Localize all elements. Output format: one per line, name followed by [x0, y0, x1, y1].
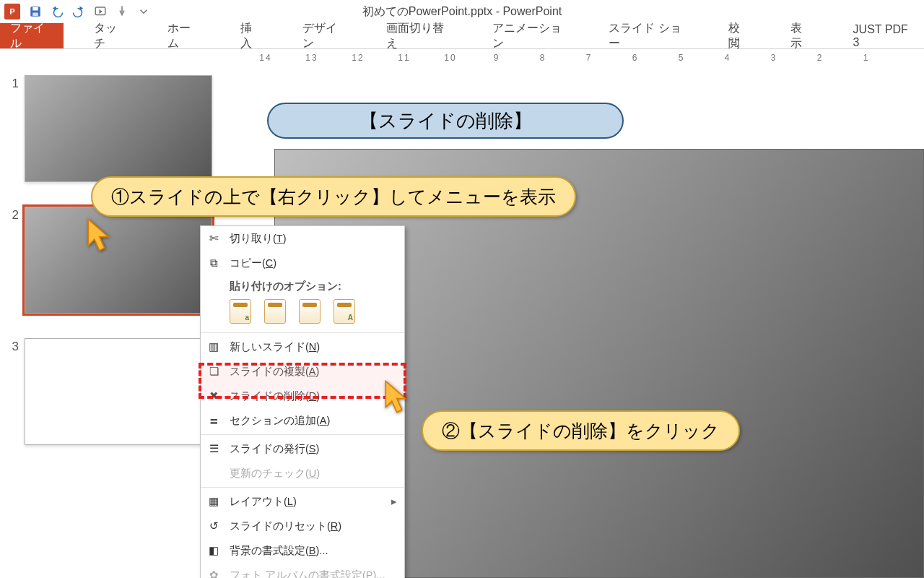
thumbnail[interactable]: [25, 338, 212, 445]
touch-mode-icon[interactable]: [116, 5, 128, 18]
redo-icon[interactable]: [72, 5, 85, 18]
thumbnail-number: 1: [6, 77, 19, 91]
paste-option-keep-source-format-icon[interactable]: [264, 299, 286, 324]
layout-icon: ▦: [206, 494, 221, 509]
tab-file[interactable]: ファイル: [0, 23, 64, 48]
add-section-icon: ≣: [206, 413, 221, 428]
menu-paste-header: 貼り付けのオプション:: [201, 275, 404, 295]
tab-review[interactable]: 校閲: [718, 23, 760, 48]
menu-copy[interactable]: ⧉ コピー(C): [201, 251, 404, 275]
app-logo-icon: P: [4, 4, 20, 20]
thumbnail[interactable]: [25, 75, 212, 182]
tab-design[interactable]: デザイン: [292, 23, 356, 48]
thumbnail-number: 2: [6, 208, 19, 223]
paste-option-text-only-icon[interactable]: A: [334, 299, 355, 324]
tab-transitions[interactable]: 画面切り替え: [376, 23, 462, 48]
check-updates-icon: [206, 466, 221, 480]
new-slide-icon: ▥: [206, 340, 221, 354]
menu-cut[interactable]: ✄ 切り取り(T): [201, 226, 404, 251]
horizontal-ruler: 141312 11109 876 543 21: [238, 49, 924, 66]
tab-touch[interactable]: タッチ: [84, 23, 136, 48]
cut-icon: ✄: [206, 231, 221, 246]
tab-insert[interactable]: 挿入: [230, 23, 272, 48]
paste-option-use-destination-theme-icon[interactable]: a: [230, 299, 251, 324]
save-icon[interactable]: [29, 5, 42, 18]
menu-format-background[interactable]: ◧ 背景の書式設定(B)...: [201, 538, 404, 563]
qat-customize-icon[interactable]: [137, 5, 150, 18]
tab-home[interactable]: ホーム: [157, 23, 210, 48]
delete-slide-icon: ✖: [206, 389, 221, 403]
annotation-cursor-icon: [383, 380, 409, 415]
ribbon-tabs: ファイル タッチ ホーム 挿入 デザイン 画面切り替え アニメーション スライド…: [0, 23, 924, 49]
start-from-beginning-icon[interactable]: [94, 5, 107, 18]
duplicate-slide-icon: ❏: [206, 364, 221, 379]
menu-publish-slides[interactable]: ☰ スライドの発行(S): [201, 436, 404, 461]
annotation-cursor-icon: [85, 218, 111, 253]
annotation-step-1: ①スライドの上で【右クリック】してメニューを表示: [91, 176, 576, 217]
paste-option-picture-icon[interactable]: [299, 299, 321, 324]
menu-duplicate-slide[interactable]: ❏ スライドの複製(A): [201, 359, 404, 384]
menu-reset-slide[interactable]: ↺ スライドのリセット(R): [201, 514, 404, 538]
photo-album-icon: ✿: [206, 568, 221, 578]
menu-layout[interactable]: ▦ レイアウト(L) ▸: [201, 489, 404, 514]
menu-check-updates: 更新のチェック(U): [201, 461, 404, 486]
menu-photo-album-format: ✿ フォト アルバムの書式設定(P)...: [201, 563, 404, 578]
thumbnail[interactable]: [25, 207, 212, 314]
menu-delete-slide[interactable]: ✖ スライドの削除(D): [201, 384, 404, 408]
tab-animations[interactable]: アニメーション: [482, 23, 579, 48]
svg-rect-2: [32, 13, 38, 17]
annotation-title: 【スライドの削除】: [267, 103, 624, 139]
tab-justpdf[interactable]: JUST PDF 3: [843, 23, 924, 48]
reset-icon: ↺: [206, 519, 221, 533]
svg-rect-1: [32, 7, 38, 11]
title-bar: P: [0, 0, 924, 23]
tab-view[interactable]: 表示: [780, 23, 822, 48]
background-icon: ◧: [206, 543, 221, 558]
menu-new-slide[interactable]: ▥ 新しいスライド(N): [201, 335, 404, 359]
thumbnail-number: 3: [6, 340, 19, 354]
context-menu: ✄ 切り取り(T) ⧉ コピー(C) 貼り付けのオプション: a A ▥ 新しい…: [200, 225, 405, 578]
annotation-step-2: ②【スライドの削除】をクリック: [422, 410, 740, 451]
undo-icon[interactable]: [51, 5, 64, 18]
menu-add-section[interactable]: ≣ セクションの追加(A): [201, 408, 404, 433]
tab-slideshow[interactable]: スライド ショー: [598, 23, 698, 48]
publish-icon: ☰: [206, 441, 221, 456]
paste-options-row: a A: [201, 295, 404, 331]
copy-icon: ⧉: [206, 256, 221, 270]
submenu-arrow-icon: ▸: [391, 496, 397, 507]
quick-access-toolbar: P: [4, 4, 150, 20]
